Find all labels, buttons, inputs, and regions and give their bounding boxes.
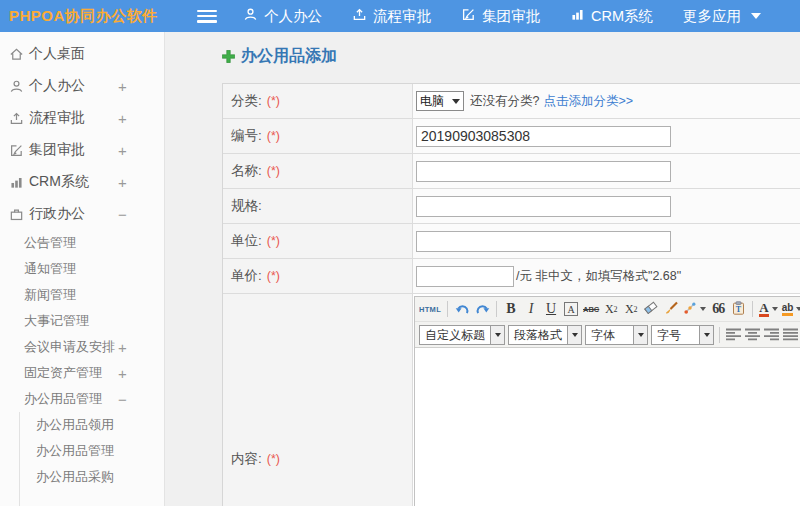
unit-input[interactable]	[416, 231, 671, 252]
sidebar-item-supplies-purchase[interactable]: 办公用品采购	[0, 464, 164, 490]
sidebar-item-personal-desktop[interactable]: 个人桌面	[0, 38, 164, 70]
superscript-button[interactable]: X2	[603, 299, 619, 319]
nav-personal-office[interactable]: 个人办公	[243, 7, 322, 26]
sidebar-item-flow-approval[interactable]: 流程审批 +	[0, 102, 164, 134]
hamburger-menu-icon[interactable]	[197, 10, 217, 23]
boxed-a-icon: A	[564, 302, 578, 316]
sidebar-item-meeting-mgmt[interactable]: 会议申请及安排+	[0, 334, 164, 360]
editor-toolbar-row2: 自定义标题 段落格式 字体 字号	[415, 322, 800, 348]
sidebar-item-label: 行政办公	[29, 205, 85, 223]
sidebar: 个人桌面 个人办公 + 流程审批 + 集团审批 + CRM系统 + 行政办公 −…	[0, 32, 165, 506]
svg-text:T: T	[736, 305, 742, 314]
blockquote-button[interactable]: 66	[710, 299, 726, 319]
sidebar-item-admin-office[interactable]: 行政办公 −	[0, 198, 164, 230]
tree-indent-guide	[19, 412, 20, 506]
format-painter-button[interactable]	[663, 299, 679, 319]
quick-format-button[interactable]	[683, 299, 706, 319]
bold-button[interactable]: B	[503, 299, 519, 319]
expand-icon[interactable]: +	[118, 110, 127, 127]
nav-flow-approval[interactable]: 流程审批	[352, 7, 431, 26]
sidebar-item-fixed-assets-mgmt[interactable]: 固定资产管理+	[0, 360, 164, 386]
sidebar-item-supplies-manage[interactable]: 办公用品管理	[0, 438, 164, 464]
sidebar-item-events-mgmt[interactable]: 大事记管理	[0, 308, 164, 334]
align-justify-button[interactable]	[782, 325, 798, 345]
html-source-button[interactable]: HTML	[419, 299, 441, 319]
align-center-button[interactable]	[744, 325, 760, 345]
font-size-select[interactable]: 字号	[651, 325, 714, 345]
collapse-icon[interactable]: −	[118, 391, 127, 408]
sidebar-item-group-approval[interactable]: 集团审批 +	[0, 134, 164, 166]
toolbar-separator	[719, 327, 720, 343]
font-select-value: 字体	[586, 326, 633, 344]
number-label: 编号:	[231, 127, 262, 145]
category-select[interactable]: 电脑	[416, 91, 464, 111]
editor-content-area[interactable]	[415, 348, 800, 506]
add-category-link[interactable]: 点击添加分类>>	[543, 93, 633, 110]
sidebar-item-label: 个人桌面	[29, 45, 85, 63]
sidebar-item-label: 办公用品管理	[24, 390, 102, 408]
redo-button[interactable]	[474, 299, 490, 319]
number-input[interactable]	[416, 126, 671, 147]
highlight-color-button[interactable]: ab	[782, 299, 800, 319]
editor-toolbar-row1: HTML B I U A ABC X2 X2	[415, 297, 800, 322]
text-style-button[interactable]: A	[563, 299, 579, 319]
heading-select[interactable]: 自定义标题	[419, 325, 505, 345]
expand-icon[interactable]: +	[118, 78, 127, 95]
sidebar-item-news-mgmt[interactable]: 新闻管理	[0, 282, 164, 308]
price-label: 单价:	[231, 267, 262, 285]
app-window: PHPOA协同办公软件 个人办公 流程审批 集团审批 CRM系统 更多应用	[0, 0, 800, 506]
app-logo: PHPOA协同办公软件	[0, 7, 165, 26]
nav-label: CRM系统	[591, 7, 653, 26]
bar-chart-icon	[8, 174, 24, 190]
font-color-button[interactable]: A	[759, 299, 777, 319]
form-row-price: 单价:(*) /元 非中文，如填写格式"2.68"	[223, 259, 800, 294]
edit-icon	[461, 7, 476, 25]
required-mark: (*)	[267, 129, 280, 143]
italic-button[interactable]: I	[523, 299, 539, 319]
sidebar-item-personal-office[interactable]: 个人办公 +	[0, 70, 164, 102]
sub-exp: 2	[634, 305, 638, 314]
flow-approval-icon	[8, 110, 24, 126]
strikethrough-button[interactable]: ABC	[583, 299, 599, 319]
subscript-button[interactable]: X2	[623, 299, 639, 319]
remove-format-button[interactable]	[643, 299, 659, 319]
select-caret-icon	[633, 326, 647, 344]
expand-icon[interactable]: +	[118, 174, 127, 191]
sidebar-item-supplies-claim[interactable]: 办公用品领用	[0, 412, 164, 438]
category-hint: 还没有分类?	[470, 93, 539, 110]
font-family-select[interactable]: 字体	[585, 325, 648, 345]
sup-base: X	[605, 302, 614, 317]
home-icon	[8, 46, 24, 62]
undo-button[interactable]	[454, 299, 470, 319]
paragraph-format-select[interactable]: 段落格式	[508, 325, 582, 345]
align-right-button[interactable]	[763, 325, 779, 345]
quick-format-icon	[683, 301, 697, 318]
sidebar-item-office-supplies-mgmt[interactable]: 办公用品管理−	[0, 386, 164, 412]
underline-button[interactable]: U	[543, 299, 559, 319]
collapse-icon[interactable]: −	[118, 206, 127, 223]
size-select-value: 字号	[652, 326, 699, 344]
sidebar-item-label: 办公用品领用	[36, 416, 114, 434]
spec-input[interactable]	[416, 196, 671, 217]
align-left-button[interactable]	[725, 325, 741, 345]
paste-plain-text-button[interactable]: T	[730, 299, 746, 319]
price-input[interactable]	[416, 266, 514, 287]
name-label: 名称:	[231, 162, 262, 180]
name-input[interactable]	[416, 161, 671, 182]
sidebar-item-notice-mgmt[interactable]: 通知管理	[0, 256, 164, 282]
flow-approval-icon	[352, 7, 367, 25]
nav-more-apps[interactable]: 更多应用	[683, 7, 761, 26]
expand-icon[interactable]: +	[118, 142, 127, 159]
nav-label: 集团审批	[482, 7, 540, 26]
nav-label: 个人办公	[264, 7, 322, 26]
required-mark: (*)	[267, 269, 280, 283]
sidebar-item-crm[interactable]: CRM系统 +	[0, 166, 164, 198]
expand-icon[interactable]: +	[118, 365, 127, 382]
nav-group-approval[interactable]: 集团审批	[461, 7, 540, 26]
nav-crm-system[interactable]: CRM系统	[570, 7, 653, 26]
price-hint: /元 非中文，如填写格式"2.68"	[516, 268, 681, 285]
form-row-content: 内容:(*) HTML B I U A AB	[223, 294, 800, 506]
sidebar-item-announcement-mgmt[interactable]: 公告管理	[0, 230, 164, 256]
eraser-icon	[644, 301, 658, 317]
expand-icon[interactable]: +	[118, 339, 127, 356]
